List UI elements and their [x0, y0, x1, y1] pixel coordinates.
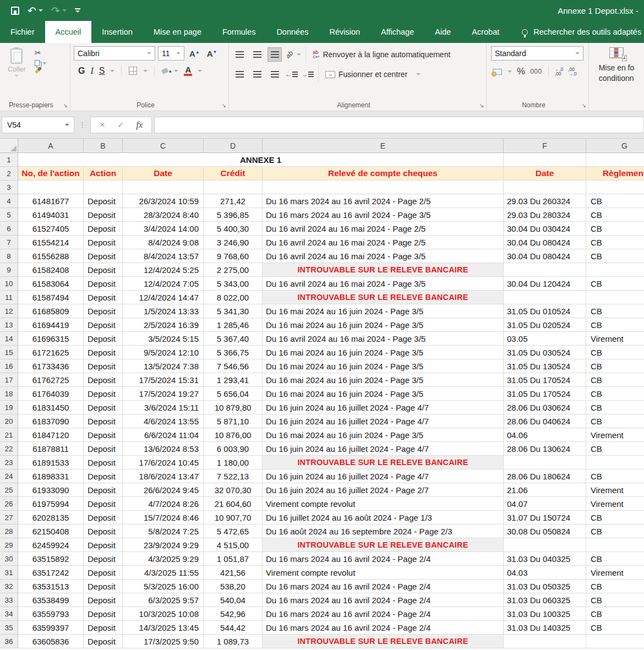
cell[interactable]: 61554214: [18, 236, 84, 249]
align-top-button[interactable]: [232, 47, 247, 62]
cell[interactable]: 5/8/2024 7:25: [123, 525, 204, 538]
cell[interactable]: 30.08 Du 050824: [504, 525, 586, 538]
undo-button[interactable]: ↶: [28, 6, 43, 16]
cell[interactable]: [18, 181, 84, 194]
cell[interactable]: Deposit: [84, 346, 123, 359]
cell[interactable]: Deposit: [84, 291, 123, 304]
cell[interactable]: 6/6/2024 11:04: [123, 428, 204, 442]
row-header[interactable]: 15: [0, 346, 18, 359]
cell[interactable]: Deposit: [84, 236, 123, 249]
merge-center-button[interactable]: ↔ Fusionner et centrer: [323, 69, 423, 80]
column-header-e[interactable]: E: [263, 139, 504, 153]
underline-button[interactable]: S: [99, 66, 105, 76]
cell[interactable]: 31.05 Du 170524: [504, 373, 586, 387]
cell[interactable]: 15/7/2024 8:46: [123, 511, 204, 525]
row-header[interactable]: 28: [0, 525, 18, 538]
cell[interactable]: 17/6/2024 10:45: [123, 456, 204, 469]
cell[interactable]: 31.05 Du 030524: [504, 346, 586, 359]
cell[interactable]: 538,20: [204, 580, 263, 593]
cell[interactable]: 28/3/2024 8:40: [123, 208, 204, 222]
cell[interactable]: 31.05 Du 130524: [504, 359, 586, 373]
cell[interactable]: 03.05: [504, 332, 586, 346]
cell[interactable]: 63517242: [18, 566, 84, 580]
cell[interactable]: Virement: [586, 483, 644, 497]
align-right-button[interactable]: [268, 67, 282, 81]
cell[interactable]: 26/3/2024 10:59: [123, 194, 204, 208]
cell[interactable]: Deposit: [84, 593, 123, 607]
cell[interactable]: CB: [586, 580, 644, 593]
column-header-g[interactable]: G: [586, 139, 644, 153]
cell[interactable]: Deposit: [84, 401, 123, 414]
insert-function-button[interactable]: fx: [137, 120, 143, 130]
redo-button[interactable]: ↷: [51, 6, 67, 16]
cell[interactable]: Du 16 juin 2024 au 16 juillet 2024 - Pag…: [263, 483, 504, 497]
cell[interactable]: 31.03 Du 050325: [504, 580, 586, 593]
cell[interactable]: 21.06: [504, 483, 586, 497]
cell[interactable]: 31.05 Du 020524: [504, 318, 586, 332]
cell[interactable]: 31.05 Du 170524: [504, 387, 586, 401]
cell[interactable]: Du 16 juin 2024 au 16 juillet 2024 - Pag…: [263, 414, 504, 428]
cell[interactable]: 04.03: [504, 566, 586, 580]
tab-accueil[interactable]: Accueil: [45, 21, 92, 43]
cell-header[interactable]: Action: [84, 167, 123, 181]
cell[interactable]: 61583064: [18, 277, 84, 291]
cell[interactable]: 3/4/2024 14:00: [123, 222, 204, 236]
font-color-button[interactable]: A: [184, 65, 192, 76]
cell[interactable]: Deposit: [84, 442, 123, 456]
cell[interactable]: 17/5/2024 19:27: [123, 387, 204, 401]
row-header[interactable]: 8: [0, 249, 18, 263]
cell[interactable]: 5 396,85: [204, 208, 263, 222]
cell[interactable]: 31.03 Du 060325: [504, 593, 586, 607]
row-header[interactable]: 35: [0, 621, 18, 635]
row-header[interactable]: 19: [0, 401, 18, 414]
cell-header[interactable]: No, de l'action: [18, 167, 84, 181]
row-header[interactable]: 34: [0, 607, 18, 621]
row-header[interactable]: 9: [0, 263, 18, 277]
cell[interactable]: 5 366,75: [204, 346, 263, 359]
cell[interactable]: 23/9/2024 9:29: [123, 538, 204, 552]
cell[interactable]: Virement compte revolut: [263, 497, 504, 511]
row-header[interactable]: 30: [0, 552, 18, 566]
row-header[interactable]: 12: [0, 304, 18, 318]
cell[interactable]: Du 16 mars 2024 au 16 avril 2024 - Page …: [263, 194, 504, 208]
cell[interactable]: CB: [586, 373, 644, 387]
bold-button[interactable]: G: [78, 66, 85, 76]
cell[interactable]: 61831450: [18, 401, 84, 414]
conditional-formatting-button[interactable]: ≠ Mise en foconditionn: [589, 43, 644, 111]
cell[interactable]: 28.06 Du 030624: [504, 401, 586, 414]
cell[interactable]: CB: [586, 359, 644, 373]
cell[interactable]: 1 051,87: [204, 552, 263, 566]
cell[interactable]: INTROUVABLE SUR LE RELEVE BANCAIRE: [263, 291, 504, 304]
row-header[interactable]: 36: [0, 635, 18, 648]
cell[interactable]: INTROUVABLE SUR LE RELEVE BANCAIRE: [263, 538, 504, 552]
cell[interactable]: 30.04 Du 030424: [504, 222, 586, 236]
customize-quick-access-button[interactable]: [75, 8, 80, 13]
cell[interactable]: 6/3/2025 9:57: [123, 593, 204, 607]
copy-button[interactable]: [35, 60, 47, 66]
tab-affichage[interactable]: Affichage: [370, 21, 424, 43]
cell[interactable]: Deposit: [84, 511, 123, 525]
cell[interactable]: Du 16 mars 2024 au 16 avril 2024 - Page …: [263, 552, 504, 566]
cell[interactable]: 4/3/2025 11:55: [123, 566, 204, 580]
cell[interactable]: CB: [586, 346, 644, 359]
cell[interactable]: 2 275,00: [204, 263, 263, 277]
cell[interactable]: Du 16 mars 2024 au 16 avril 2024 - Page …: [263, 593, 504, 607]
cell[interactable]: 62028135: [18, 511, 84, 525]
cut-button[interactable]: ✂: [35, 48, 47, 57]
cell[interactable]: Deposit: [84, 194, 123, 208]
grow-font-button[interactable]: A▲: [187, 49, 202, 58]
cell[interactable]: Deposit: [84, 525, 123, 538]
cell[interactable]: Deposit: [84, 621, 123, 635]
cell[interactable]: 28.06 Du 040624: [504, 414, 586, 428]
row-header[interactable]: 14: [0, 332, 18, 346]
row-header[interactable]: 22: [0, 442, 18, 456]
row-header[interactable]: 31: [0, 566, 18, 580]
cell[interactable]: 61556288: [18, 249, 84, 263]
cell[interactable]: Deposit: [84, 277, 123, 291]
font-name-select[interactable]: Calibri: [74, 46, 155, 61]
row-header[interactable]: 24: [0, 469, 18, 483]
column-header-b[interactable]: B: [84, 139, 123, 153]
cell-header[interactable]: Crédit: [204, 167, 263, 181]
font-size-select[interactable]: 11: [158, 46, 184, 61]
cell[interactable]: 61721625: [18, 346, 84, 359]
